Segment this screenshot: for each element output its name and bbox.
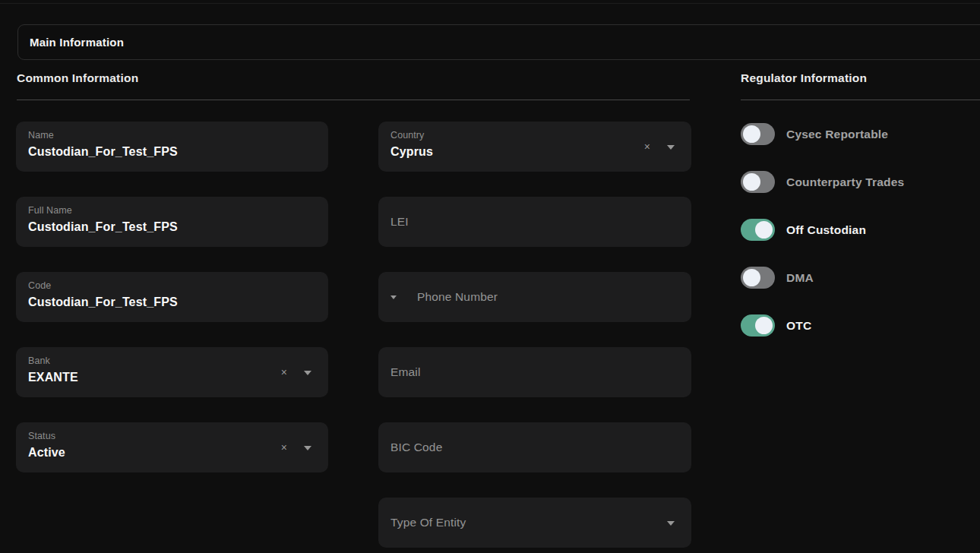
- toggle-row-dma: DMA: [741, 267, 904, 289]
- toggle-knob: [755, 221, 773, 239]
- type-of-entity-placeholder: Type Of Entity: [390, 516, 466, 529]
- counterparty-trades-label: Counterparty Trades: [786, 175, 904, 189]
- tab-main-information-label: Main Information: [30, 36, 124, 49]
- counterparty-trades-toggle[interactable]: [741, 171, 775, 193]
- clear-icon[interactable]: ×: [281, 442, 287, 453]
- common-information-title: Common Information: [17, 71, 138, 85]
- status-select-value: Active: [28, 445, 316, 460]
- status-select-label: Status: [28, 431, 316, 442]
- status-select[interactable]: Status Active ×: [16, 422, 328, 472]
- regulator-toggle-list: Cysec Reportable Counterparty Trades Off…: [741, 123, 904, 362]
- email-field[interactable]: Email: [378, 347, 691, 397]
- lei-field-placeholder: LEI: [390, 215, 409, 229]
- toggle-row-otc: OTC: [741, 314, 904, 337]
- phone-number-field[interactable]: Phone Number: [378, 272, 691, 322]
- top-divider: [0, 3, 980, 4]
- name-field-label: Name: [28, 130, 316, 141]
- common-section-divider: [17, 100, 690, 100]
- toggle-row-counterparty-trades: Counterparty Trades: [741, 171, 904, 193]
- otc-toggle[interactable]: [741, 314, 775, 337]
- tab-bar: Main Information: [17, 24, 980, 60]
- toggle-row-cysec-reportable: Cysec Reportable: [741, 123, 904, 145]
- full-name-field[interactable]: Full Name Custodian_For_Test_FPS: [16, 197, 328, 247]
- toggle-row-off-custodian: Off Custodian: [741, 219, 904, 241]
- chevron-down-icon[interactable]: [667, 145, 675, 150]
- bank-select[interactable]: Bank EXANTE ×: [16, 347, 328, 397]
- tab-main-information[interactable]: Main Information: [18, 25, 135, 59]
- country-select-value: Cyprus: [390, 144, 679, 160]
- clear-icon[interactable]: ×: [281, 367, 287, 378]
- name-field[interactable]: Name Custodian_For_Test_FPS: [16, 122, 328, 172]
- custodian-edit-page: { "tabs": { "main": { "label": "Main Inf…: [0, 0, 980, 553]
- code-field-label: Code: [28, 280, 316, 292]
- code-field[interactable]: Code Custodian_For_Test_FPS: [16, 272, 328, 322]
- full-name-field-value: Custodian_For_Test_FPS: [28, 220, 316, 235]
- toggle-knob: [743, 125, 760, 143]
- regulator-information-title: Regulator Information: [741, 71, 867, 85]
- chevron-down-icon[interactable]: [304, 371, 311, 375]
- type-of-entity-select[interactable]: Type Of Entity: [378, 498, 691, 548]
- email-field-placeholder: Email: [390, 365, 421, 379]
- toggle-knob: [755, 317, 773, 334]
- off-custodian-label: Off Custodian: [786, 223, 866, 237]
- lei-field[interactable]: LEI: [378, 197, 691, 247]
- toggle-knob: [743, 269, 760, 286]
- bic-code-field[interactable]: BIC Code: [378, 422, 691, 472]
- dma-toggle[interactable]: [741, 267, 775, 289]
- dial-code-chevron-down-icon[interactable]: [390, 295, 397, 299]
- full-name-field-label: Full Name: [28, 205, 316, 216]
- toggle-knob: [743, 173, 760, 191]
- dma-label: DMA: [786, 271, 814, 285]
- bic-code-placeholder: BIC Code: [390, 441, 442, 454]
- off-custodian-toggle[interactable]: [741, 219, 775, 241]
- bank-select-value: EXANTE: [28, 370, 316, 385]
- chevron-down-icon[interactable]: [667, 521, 675, 526]
- chevron-down-icon[interactable]: [304, 446, 311, 450]
- cysec-reportable-toggle[interactable]: [741, 123, 775, 145]
- code-field-value: Custodian_For_Test_FPS: [28, 295, 316, 310]
- name-field-value: Custodian_For_Test_FPS: [28, 144, 316, 160]
- phone-number-placeholder: Phone Number: [417, 290, 498, 304]
- bank-select-label: Bank: [28, 356, 316, 367]
- cysec-reportable-label: Cysec Reportable: [786, 128, 888, 141]
- country-select-label: Country: [390, 130, 679, 141]
- regulator-section-divider: [741, 100, 980, 100]
- country-select[interactable]: Country Cyprus ×: [378, 122, 691, 172]
- otc-label: OTC: [786, 319, 811, 333]
- clear-icon[interactable]: ×: [644, 141, 650, 152]
